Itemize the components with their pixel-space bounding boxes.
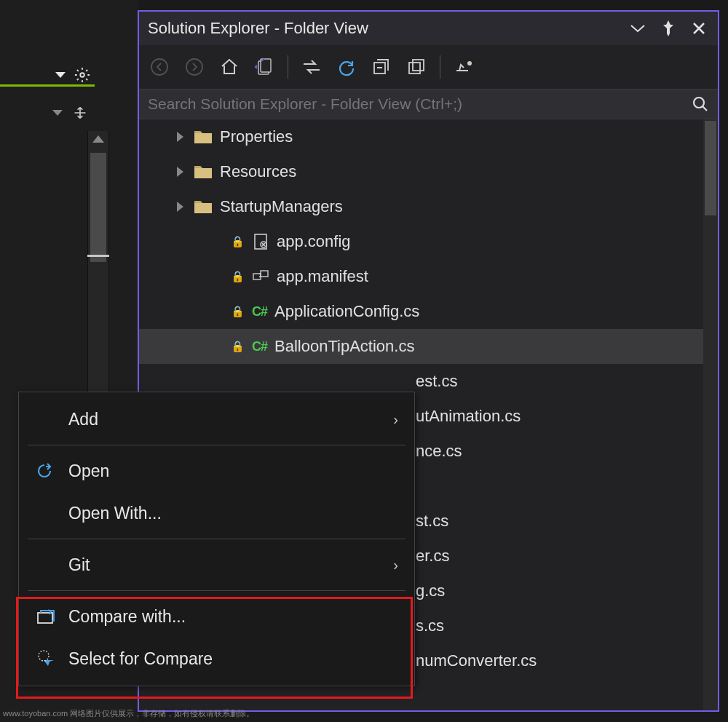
context-menu-open[interactable]: Open bbox=[19, 450, 414, 492]
svg-point-9 bbox=[694, 98, 704, 108]
properties-button[interactable] bbox=[449, 52, 478, 82]
panel-title: Solution Explorer - Folder View bbox=[148, 19, 617, 38]
tree-item-label: numConverter.cs bbox=[416, 651, 537, 670]
tree-file-app-manifest[interactable]: 🔒 app.manifest bbox=[139, 259, 703, 294]
tree-folder-resources[interactable]: Resources bbox=[139, 154, 703, 189]
select-compare-icon bbox=[35, 650, 57, 667]
svg-point-15 bbox=[39, 651, 49, 661]
tree-item-label: utAnimation.cs bbox=[416, 407, 521, 426]
search-input[interactable] bbox=[148, 95, 692, 113]
pin-button[interactable] bbox=[658, 18, 678, 39]
panel-toolbar bbox=[139, 45, 718, 89]
menu-item-label: Open With... bbox=[68, 504, 398, 523]
svg-point-2 bbox=[186, 59, 202, 75]
switch-views-button[interactable] bbox=[250, 52, 279, 82]
tree-scrollbar-thumb[interactable] bbox=[705, 121, 716, 215]
scrollbar-mark bbox=[87, 255, 109, 257]
refresh-button[interactable] bbox=[332, 52, 361, 82]
tree-item-label: Resources bbox=[220, 162, 296, 181]
context-menu-select-for-compare[interactable]: Select for Compare bbox=[19, 638, 414, 680]
lock-icon: 🔒 bbox=[231, 340, 245, 353]
expand-arrow-icon[interactable] bbox=[177, 132, 183, 142]
compare-icon bbox=[35, 608, 57, 624]
svg-rect-7 bbox=[413, 60, 424, 71]
context-menu: Add › Open Open With... Git › Compare wi… bbox=[18, 392, 415, 686]
expand-arrow-icon[interactable] bbox=[177, 167, 183, 177]
tree-file-app-config[interactable]: 🔒 app.config bbox=[139, 224, 703, 259]
tree-item-label: g.cs bbox=[416, 582, 445, 600]
context-menu-add[interactable]: Add › bbox=[19, 398, 414, 440]
search-icon[interactable] bbox=[692, 95, 709, 113]
tree-file-applicationconfig[interactable]: 🔒 C# ApplicationConfig.cs bbox=[139, 294, 703, 329]
menu-separator bbox=[28, 590, 405, 591]
tree-folder-properties[interactable]: Properties bbox=[139, 119, 703, 154]
tree-scrollbar-track[interactable] bbox=[703, 119, 718, 710]
context-menu-open-with[interactable]: Open With... bbox=[19, 492, 414, 534]
gear-icon[interactable] bbox=[74, 67, 90, 83]
config-icon bbox=[252, 233, 269, 250]
watermark-text: www.toyoban.com 网络图片仅供展示，非存储，如有侵权请联系删除。 bbox=[3, 708, 254, 719]
tree-item-label: er.cs bbox=[416, 547, 449, 566]
nav-forward-button[interactable] bbox=[180, 52, 209, 82]
close-button[interactable] bbox=[689, 18, 709, 39]
scrollbar-up-arrow-icon[interactable] bbox=[92, 135, 104, 143]
manifest-icon bbox=[252, 268, 269, 285]
tree-file-balloontipaction[interactable]: 🔒 C# BalloonTipAction.cs bbox=[139, 329, 703, 364]
tree-item-label: Properties bbox=[220, 127, 293, 146]
tree-item-label: ApplicationConfig.cs bbox=[274, 302, 419, 321]
toolbar-separator bbox=[288, 55, 288, 79]
editor-topbar bbox=[0, 64, 95, 86]
svg-point-0 bbox=[80, 73, 84, 77]
open-icon bbox=[35, 462, 57, 480]
editor-accent-line bbox=[0, 84, 95, 87]
search-bar[interactable] bbox=[139, 89, 718, 119]
menu-item-label: Select for Compare bbox=[68, 649, 398, 669]
tree-item-label: app.config bbox=[277, 232, 351, 251]
context-menu-compare-with[interactable]: Compare with... bbox=[19, 595, 414, 638]
tree-item-label: app.manifest bbox=[277, 267, 368, 286]
panel-titlebar: Solution Explorer - Folder View bbox=[139, 12, 718, 45]
chevron-down-icon[interactable] bbox=[55, 72, 66, 78]
tree-folder-startupmanagers[interactable]: StartupManagers bbox=[139, 189, 703, 224]
svg-rect-13 bbox=[261, 271, 268, 277]
lock-icon: 🔒 bbox=[231, 305, 245, 318]
home-button[interactable] bbox=[215, 52, 244, 82]
menu-item-label: Open bbox=[68, 461, 398, 481]
csharp-icon: C# bbox=[252, 339, 267, 354]
editor-split-control bbox=[0, 98, 95, 127]
menu-separator bbox=[28, 539, 405, 539]
lock-icon: 🔒 bbox=[231, 270, 245, 283]
svg-rect-6 bbox=[409, 63, 420, 74]
chevron-down-icon[interactable] bbox=[52, 110, 63, 116]
tree-item-label: s.cs bbox=[416, 616, 444, 635]
tree-item-label: StartupManagers bbox=[220, 197, 343, 216]
menu-item-label: Git bbox=[68, 555, 381, 575]
folder-icon bbox=[194, 164, 213, 180]
show-all-files-button[interactable] bbox=[402, 52, 431, 82]
toolbar-separator bbox=[440, 55, 440, 79]
split-icon[interactable] bbox=[73, 106, 87, 120]
submenu-arrow-icon: › bbox=[393, 411, 398, 428]
menu-separator bbox=[28, 445, 405, 445]
tree-item-label: est.cs bbox=[416, 372, 457, 391]
svg-point-1 bbox=[151, 59, 167, 75]
svg-rect-14 bbox=[38, 613, 52, 623]
tree-item-label: st.cs bbox=[416, 512, 448, 531]
tree-item-label: nce.cs bbox=[416, 442, 462, 461]
submenu-arrow-icon: › bbox=[393, 557, 398, 574]
menu-item-label: Compare with... bbox=[68, 607, 398, 627]
window-dropdown-button[interactable] bbox=[628, 18, 648, 39]
sync-button[interactable] bbox=[297, 52, 326, 82]
tree-item-label: BalloonTipAction.cs bbox=[274, 337, 414, 356]
context-menu-git[interactable]: Git › bbox=[19, 544, 414, 586]
lock-icon: 🔒 bbox=[231, 235, 245, 248]
editor-scrollbar-thumb[interactable] bbox=[90, 153, 106, 262]
menu-item-label: Add bbox=[68, 410, 381, 429]
expand-arrow-icon[interactable] bbox=[177, 202, 183, 212]
nav-back-button[interactable] bbox=[145, 52, 174, 82]
collapse-all-button[interactable] bbox=[367, 52, 396, 82]
folder-icon bbox=[194, 199, 213, 215]
folder-icon bbox=[194, 129, 213, 145]
svg-point-8 bbox=[468, 62, 471, 65]
csharp-icon: C# bbox=[252, 304, 267, 320]
